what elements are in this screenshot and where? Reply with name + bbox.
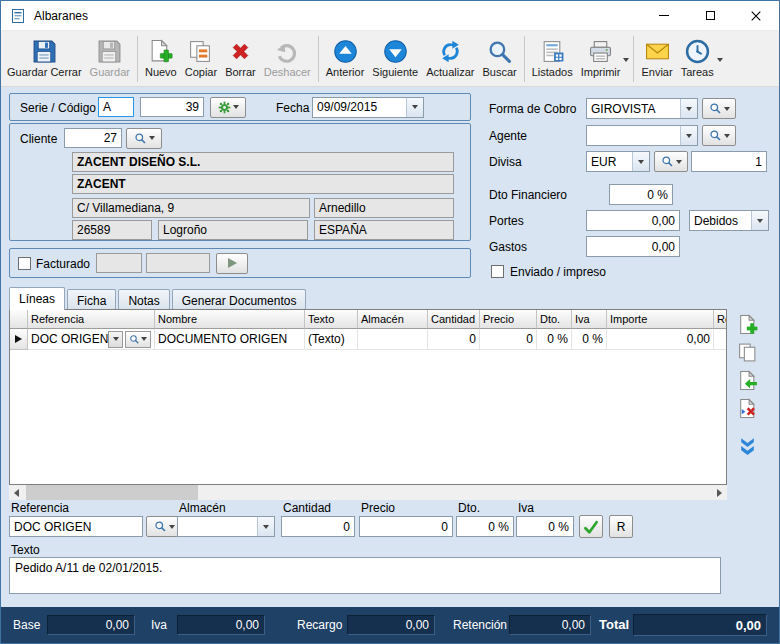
new-button[interactable]: Nuevo	[141, 33, 181, 85]
grid-header-importe[interactable]: Importe	[607, 310, 714, 329]
grid-header-referencia[interactable]: Referencia	[28, 310, 155, 329]
double-chevron-down-icon	[737, 435, 758, 456]
scroll-left-button[interactable]	[9, 485, 24, 500]
insert-line-button[interactable]	[736, 369, 758, 391]
tab-notas[interactable]: Notas	[118, 289, 169, 310]
editor-iva-input[interactable]: 0 %	[516, 516, 574, 537]
editor-dto-input[interactable]: 0 %	[456, 516, 514, 537]
add-line-button[interactable]	[736, 313, 758, 335]
cliente-search-button[interactable]	[126, 128, 162, 149]
cliente-pais-field: ESPAÑA	[314, 220, 454, 240]
chevron-down-icon	[686, 107, 692, 111]
delete-line-button[interactable]	[736, 397, 758, 419]
scroll-right-button[interactable]	[712, 485, 727, 500]
agente-select[interactable]	[586, 125, 698, 146]
editor-cantidad-input[interactable]: 0	[281, 516, 355, 537]
grid-cell-texto[interactable]: (Texto)	[305, 329, 358, 350]
grid-referencia-dropdown-button[interactable]	[108, 331, 123, 348]
serie-input[interactable]: A	[98, 97, 134, 117]
editor-almacen-dropdown-button[interactable]	[257, 517, 274, 536]
grid-cell-dto[interactable]: 0 %	[537, 329, 572, 350]
portes-tipo-select[interactable]: Debidos	[689, 210, 769, 231]
send-button[interactable]: Enviar	[637, 33, 676, 85]
grid-horizontal-scrollbar[interactable]	[9, 485, 727, 500]
scrollbar-thumb[interactable]	[26, 485, 198, 500]
grid-cell-precio[interactable]: 0	[480, 329, 537, 350]
cliente-codigo-input[interactable]: 27	[64, 128, 122, 148]
close-button[interactable]	[733, 1, 779, 30]
grid-row[interactable]: DOC ORIGEN DOCUMENTO ORIGEN (Texto) 0 0 …	[10, 329, 726, 350]
facturado-checkbox[interactable]	[18, 257, 31, 270]
editor-referencia-input[interactable]: DOC ORIGEN	[9, 516, 143, 537]
grid-header-dto[interactable]: Dto.	[537, 310, 572, 329]
copy-line-button[interactable]	[736, 341, 758, 363]
enviado-impreso-checkbox[interactable]	[491, 265, 504, 278]
codigo-input[interactable]: 39	[140, 97, 204, 117]
gastos-input[interactable]: 0,00	[586, 236, 680, 257]
grid-cell-nombre[interactable]: DOCUMENTO ORIGEN	[155, 329, 305, 350]
fecha-dropdown-button[interactable]	[406, 98, 423, 117]
portes-input[interactable]: 0,00	[586, 210, 680, 231]
agente-label: Agente	[489, 129, 527, 143]
grid-row-selector[interactable]	[10, 329, 28, 350]
refresh-button[interactable]: Actualizar	[422, 33, 478, 85]
divisa-dropdown-button[interactable]	[632, 152, 649, 171]
copy-button[interactable]: Copiar	[181, 33, 221, 85]
titlebar[interactable]: Albaranes	[1, 1, 779, 31]
fecha-picker[interactable]: 09/09/2015	[312, 97, 424, 118]
recargo-toggle-button[interactable]: R	[609, 515, 633, 538]
search-icon	[661, 155, 674, 168]
expand-lines-button[interactable]	[736, 434, 758, 456]
search-button[interactable]: Buscar	[478, 33, 520, 85]
lines-grid[interactable]: Referencia Nombre Texto Almacén Cantidad…	[9, 309, 727, 485]
editor-precio-input[interactable]: 0	[359, 516, 453, 537]
editor-almacen-select[interactable]	[177, 516, 275, 537]
editor-texto-input[interactable]: Pedido A/11 de 02/01/2015.	[9, 557, 721, 594]
serie-options-button[interactable]	[210, 97, 246, 118]
agente-dropdown-button[interactable]	[680, 126, 697, 145]
previous-button[interactable]: Anterior	[322, 33, 369, 85]
grid-header-texto[interactable]: Texto	[305, 310, 358, 329]
chevron-down-icon[interactable]	[717, 58, 723, 62]
grid-header-almacen[interactable]: Almacén	[358, 310, 428, 329]
arrow-left-icon	[14, 489, 19, 497]
reports-button[interactable]: Listados	[528, 33, 577, 85]
portes-tipo-dropdown-button[interactable]	[751, 211, 768, 230]
tab-lineas[interactable]: Líneas	[9, 287, 65, 310]
maximize-button[interactable]	[687, 1, 733, 30]
minimize-button[interactable]	[641, 1, 687, 30]
forma-cobro-search-button[interactable]	[702, 98, 736, 119]
divisa-label: Divisa	[489, 155, 522, 169]
divisa-select[interactable]: EUR	[586, 151, 650, 172]
facturado-goto-button[interactable]	[216, 253, 248, 274]
agente-search-button[interactable]	[702, 125, 736, 146]
grid-cell-almacen[interactable]	[358, 329, 428, 350]
grid-cell-cantidad[interactable]: 0	[428, 329, 480, 350]
next-button[interactable]: Siguiente	[368, 33, 422, 85]
save-close-button[interactable]: Guardar Cerrar	[3, 33, 86, 85]
grid-header-recargo[interactable]: Re	[714, 310, 726, 329]
forma-cobro-select[interactable]: GIROVISTA	[586, 98, 698, 119]
grid-cell-referencia[interactable]: DOC ORIGEN	[28, 329, 155, 350]
dto-financiero-input[interactable]: 0 %	[609, 184, 673, 205]
play-icon	[228, 258, 237, 268]
tasks-button[interactable]: Tareas	[677, 33, 724, 85]
grid-cell-recargo[interactable]	[714, 329, 726, 350]
grid-cell-iva[interactable]: 0 %	[572, 329, 607, 350]
grid-cell-importe[interactable]: 0,00	[607, 329, 714, 350]
delete-button[interactable]: Borrar	[221, 33, 260, 85]
divisa-search-button[interactable]	[654, 151, 688, 172]
tab-generar-documentos[interactable]: Generar Documentos	[172, 289, 307, 310]
divisa-cambio-input[interactable]: 1	[691, 151, 767, 172]
confirm-line-button[interactable]	[579, 515, 603, 538]
editor-dto-value: 0 %	[488, 520, 509, 534]
tab-ficha[interactable]: Ficha	[67, 289, 116, 310]
chevron-down-icon[interactable]	[623, 58, 629, 62]
grid-header-iva[interactable]: Iva	[572, 310, 607, 329]
grid-header-nombre[interactable]: Nombre	[155, 310, 305, 329]
grid-header-precio[interactable]: Precio	[480, 310, 537, 329]
print-button[interactable]: Imprimir	[577, 33, 631, 85]
grid-header-cantidad[interactable]: Cantidad	[428, 310, 480, 329]
grid-referencia-search-button[interactable]	[125, 331, 151, 348]
forma-cobro-dropdown-button[interactable]	[680, 99, 697, 118]
